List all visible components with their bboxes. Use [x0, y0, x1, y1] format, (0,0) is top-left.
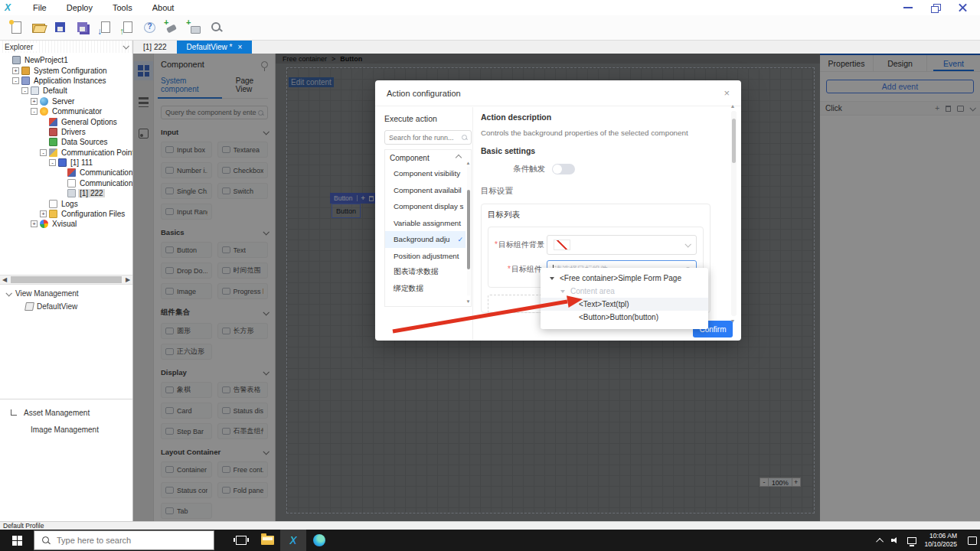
tree-expander-icon[interactable]: - [31, 108, 38, 115]
scroll-right-icon[interactable]: ▶ [123, 276, 132, 283]
action-item-component-display-s[interactable]: Component display s [385, 198, 466, 215]
tree-item-xvisual[interactable]: +Xvisual [0, 219, 132, 229]
condition-trigger-toggle[interactable] [552, 164, 575, 174]
tree-expander-icon[interactable]: + [40, 210, 47, 217]
volume-icon[interactable] [891, 537, 900, 544]
tree-item-1-222[interactable]: [1] 222 [0, 188, 132, 198]
menu-deploy[interactable]: Deploy [61, 3, 107, 12]
xvisual-app-button[interactable]: X [280, 530, 306, 551]
open-folder-icon[interactable] [31, 21, 45, 34]
notification-center-icon[interactable] [968, 536, 977, 545]
dropdown-item-button-button-button[interactable]: <Button>Button(button) [541, 311, 708, 324]
basic-settings-title: Basic settings [481, 146, 710, 155]
tree-expander-icon[interactable]: + [12, 67, 19, 74]
export-icon[interactable] [120, 21, 134, 34]
tree-item-1-111[interactable]: -[1] 111 [0, 158, 132, 168]
action-item-item[interactable]: 图表请求数据 [385, 264, 466, 281]
tree-expander-icon[interactable]: - [12, 77, 19, 84]
file-explorer-button[interactable] [254, 530, 280, 551]
new-file-icon[interactable] [9, 21, 23, 34]
action-item-position-adjustment[interactable]: Position adjustment [385, 248, 466, 265]
expanded-caret-icon[interactable] [560, 290, 565, 293]
target-background-select[interactable] [547, 235, 697, 255]
tab-close-icon[interactable]: × [237, 44, 242, 51]
action-item-background-adju[interactable]: Background adju✓ [385, 231, 466, 248]
dropdown-item-content-area[interactable]: Content area [541, 285, 708, 298]
tree-item-system-configuration[interactable]: +System Configuration [0, 65, 132, 75]
find-icon[interactable] [209, 21, 223, 34]
asset-management-header[interactable]: Asset Management [0, 406, 132, 419]
view-management-header[interactable]: View Management [0, 287, 132, 300]
scrollbar-thumb[interactable] [732, 119, 736, 163]
taskbar-clock[interactable]: 10:06 AM 10/10/2025 [924, 532, 957, 548]
tree-item-application-instances[interactable]: -Application Instances [0, 76, 132, 86]
taskbar-search-input[interactable] [57, 536, 214, 545]
close-icon[interactable] [959, 4, 968, 11]
action-group-header[interactable]: Component [385, 150, 466, 165]
tree-item-newproject1[interactable]: NewProject1 [0, 55, 132, 65]
tree-item-label: Configuration Files [60, 210, 126, 218]
menu-file[interactable]: File [28, 3, 61, 12]
dialog-scrollbar[interactable] [731, 111, 737, 316]
dialog-close-icon[interactable]: × [724, 87, 730, 99]
action-item-variable-assignment[interactable]: Variable assignment [385, 215, 466, 232]
sidebar-item-image-management[interactable]: Image Management [0, 422, 132, 436]
tree-item-general-options[interactable]: General Options [0, 116, 132, 126]
tree-item-server[interactable]: +Server [0, 96, 132, 106]
dropdown-item-text-text-tpl[interactable]: <Text>Text(tpl) [541, 298, 708, 311]
tree-item-communication-points[interactable]: -Communication Points [0, 148, 132, 158]
tree-item-drivers[interactable]: Drivers [0, 127, 132, 137]
tree-item-default[interactable]: -Default [0, 86, 132, 96]
tree-item-configuration-files[interactable]: +Configuration Files [0, 209, 132, 219]
action-item-item[interactable]: 绑定数据 [385, 281, 466, 298]
menu-about[interactable]: About [147, 3, 189, 12]
save-icon[interactable] [54, 21, 67, 34]
dropdown-item-free-container-simple-form-page[interactable]: <Free container>Simple Form Page [541, 272, 708, 285]
expanded-caret-icon[interactable] [550, 277, 554, 280]
menu-tools[interactable]: Tools [107, 3, 147, 12]
editor-tab-defaultview[interactable]: DefaultView *× [177, 41, 253, 54]
deploy-icon[interactable] [165, 21, 178, 34]
restore-icon[interactable] [931, 4, 940, 11]
scroll-left-icon[interactable]: ◀ [0, 276, 9, 283]
tree-expander-icon[interactable]: + [31, 98, 38, 105]
sidebar-horizontal-scrollbar[interactable]: ◀ ▶ [0, 275, 132, 285]
save-all-icon[interactable] [76, 21, 90, 34]
tree-item-communication-poin[interactable]: Communication Poin [0, 168, 132, 178]
tree-expander-icon[interactable]: - [40, 149, 47, 156]
help-icon[interactable] [142, 21, 156, 34]
action-item-component-visibility[interactable]: Component visibility [385, 165, 466, 182]
project-tree: NewProject1+System Configuration-Applica… [0, 53, 132, 275]
start-button[interactable] [0, 530, 34, 551]
add-target-icon[interactable] [187, 21, 201, 34]
network-icon[interactable] [907, 537, 916, 544]
scrollbar-thumb[interactable] [467, 190, 470, 269]
edge-browser-button[interactable] [306, 530, 332, 551]
task-view-button[interactable] [228, 530, 254, 551]
minimize-icon[interactable] [903, 4, 913, 11]
scroll-up-icon[interactable]: ▲ [466, 161, 471, 165]
import-icon[interactable] [98, 21, 112, 34]
scroll-up-icon[interactable]: ▲ [730, 103, 736, 109]
tree-item-communication-poin[interactable]: Communication Poin [0, 178, 132, 188]
hidden-icons-chevron-icon[interactable] [877, 537, 884, 545]
tab-label: [1] 222 [143, 43, 167, 51]
tree-expander-icon[interactable]: - [49, 159, 56, 166]
taskbar-search[interactable] [34, 530, 214, 550]
editor-tab-1-222[interactable]: [1] 222 [133, 41, 177, 54]
tree-item-communicator[interactable]: -Communicator [0, 106, 132, 116]
tree-expander-icon[interactable]: - [21, 87, 28, 94]
explorer-header[interactable]: Explorer [0, 41, 132, 53]
sidebar-item-defaultview[interactable]: DefaultView [0, 300, 132, 313]
tree-item-label: [1] 111 [69, 158, 94, 167]
chevron-down-icon[interactable] [122, 43, 129, 49]
tree-item-logs[interactable]: Logs [0, 198, 132, 208]
action-search-input[interactable] [389, 134, 462, 142]
action-list-scrollbar[interactable] [467, 167, 470, 295]
action-search[interactable] [384, 130, 472, 145]
scrollbar-thumb[interactable] [11, 276, 122, 283]
tree-item-data-sources[interactable]: Data Sources [0, 137, 132, 147]
action-item-component-availabil[interactable]: Component availabil [385, 182, 466, 199]
scroll-down-icon[interactable]: ▼ [466, 299, 471, 304]
tree-expander-icon[interactable]: + [31, 220, 38, 227]
